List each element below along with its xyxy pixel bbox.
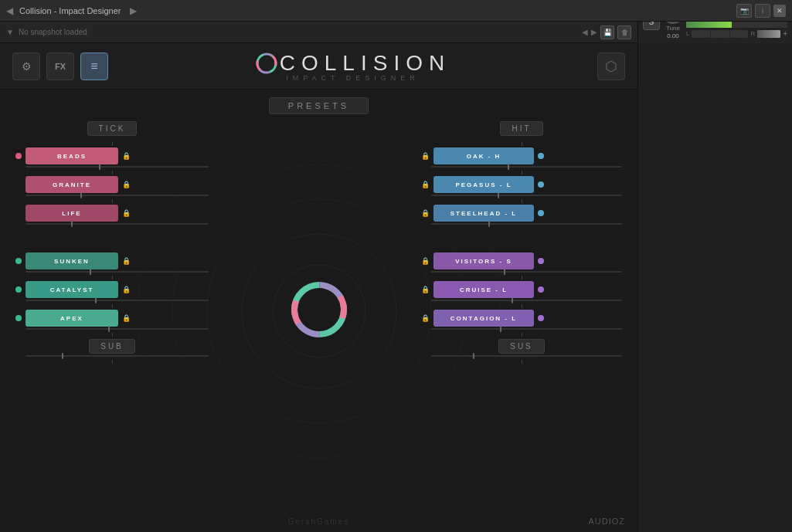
apex-lock: 🔒 xyxy=(122,314,131,322)
r-label: R xyxy=(750,30,755,37)
tune-value: 0.00 xyxy=(667,32,679,39)
l-label: L xyxy=(686,30,689,37)
preset-oak: 🔒 OAK - H xyxy=(421,147,622,175)
pegasus-dot xyxy=(538,181,544,188)
right-panel xyxy=(637,43,792,532)
mixer-button[interactable]: ≡ xyxy=(80,53,108,80)
cruise-dot xyxy=(538,286,544,293)
oak-dot xyxy=(538,153,544,159)
oak-button[interactable]: OAK - H xyxy=(433,147,534,164)
window-title: Collision - Impact Designer xyxy=(19,6,121,15)
audioz-logo: AUDIOZ xyxy=(588,517,625,526)
main-instrument-area: ⚙ FX ≡ COLLISION IMPACT DESIGNER xyxy=(0,43,637,532)
next-snapshot[interactable]: ▶ xyxy=(591,28,597,36)
watermark: GershGames xyxy=(288,517,349,526)
fx-button[interactable]: FX xyxy=(46,53,74,80)
contagion-dot xyxy=(538,315,544,321)
settings-button[interactable]: ⚙ xyxy=(12,53,40,80)
life-lock: 🔒 xyxy=(122,209,131,217)
logo-title: COLLISION xyxy=(280,51,450,76)
prev-snapshot[interactable]: ◀ xyxy=(582,28,588,36)
presets-main: PRESETS T xyxy=(0,90,637,532)
preset-pegasus: 🔒 PEGASUS - L xyxy=(421,176,622,203)
life-button[interactable]: LIFE xyxy=(25,205,118,222)
preset-contagion: 🔒 CONTAGION - L xyxy=(421,310,622,337)
catalyst-dot xyxy=(15,286,22,293)
sunken-lock: 🔒 xyxy=(122,257,131,265)
preset-life: LIFE 🔒 xyxy=(15,205,209,251)
tick-label: TICK xyxy=(87,121,138,136)
sunken-button[interactable]: SUNKEN xyxy=(25,252,118,269)
main-container: ◀ Collision - Impact Designer ▶ 📷 i ✕ ▼ … xyxy=(0,0,792,532)
visitors-lock: 🔒 xyxy=(421,257,430,265)
preset-steelhead: 🔒 STEELHEAD - L xyxy=(421,205,622,251)
right-presets-section: HIT 🔒 OAK - H 🔒 P xyxy=(421,120,622,365)
beads-button[interactable]: BEADS xyxy=(25,147,118,164)
visitors-dot xyxy=(538,258,544,264)
logo-icon xyxy=(255,52,278,75)
sus-label: SUS xyxy=(498,339,545,354)
presets-title: PRESETS xyxy=(269,97,369,114)
beads-dot xyxy=(15,153,22,159)
cruise-lock: 🔒 xyxy=(421,286,430,293)
camera-icon[interactable]: 📷 xyxy=(736,4,752,18)
sub-label: SUB xyxy=(89,339,135,354)
logo-area: COLLISION IMPACT DESIGNER xyxy=(255,51,450,82)
contagion-button[interactable]: CONTAGION - L xyxy=(433,310,534,327)
save-snapshot[interactable]: 💾 xyxy=(600,25,614,39)
visitors-button[interactable]: VISITORS - S xyxy=(433,252,534,269)
beads-lock: 🔒 xyxy=(122,152,131,160)
center-logo xyxy=(288,279,350,344)
plus-icon[interactable]: + xyxy=(783,29,787,38)
apex-dot xyxy=(15,315,22,321)
granite-lock: 🔒 xyxy=(122,181,131,188)
preset-beads: BEADS 🔒 xyxy=(15,147,209,175)
close-icon[interactable]: ✕ xyxy=(773,5,786,17)
steelhead-dot xyxy=(538,210,544,216)
catalyst-lock: 🔒 xyxy=(122,286,131,293)
toolbar: ⚙ FX ≡ xyxy=(12,53,108,80)
catalyst-button[interactable]: CATALYST xyxy=(25,281,118,298)
steelhead-lock: 🔒 xyxy=(421,209,430,217)
hit-label: HIT xyxy=(500,121,542,136)
preset-apex: APEX 🔒 xyxy=(15,310,209,337)
apex-button[interactable]: APEX xyxy=(25,310,118,327)
presets-title-row: PRESETS xyxy=(0,90,637,119)
preset-cruise: 🔒 CRUISE - L xyxy=(421,281,622,308)
preset-visitors: 🔒 VISITORS - S xyxy=(421,252,622,280)
left-presets-section: TICK BEADS 🔒 GRAN xyxy=(15,120,209,365)
snapshot-arrow[interactable]: ▼ xyxy=(6,28,14,36)
cruise-button[interactable]: CRUISE - L xyxy=(433,281,534,298)
preset-sub: SUB xyxy=(15,338,209,364)
steelhead-button[interactable]: STEELHEAD - L xyxy=(433,205,534,222)
pegasus-lock: 🔒 xyxy=(421,181,430,188)
instrument-header: ⚙ FX ≡ COLLISION IMPACT DESIGNER xyxy=(0,43,637,90)
life-dot xyxy=(15,210,22,216)
delete-snapshot[interactable]: 🗑 xyxy=(617,25,631,39)
cube-button[interactable]: ⬡ xyxy=(597,53,625,80)
granite-dot xyxy=(15,181,22,188)
sunken-dot xyxy=(15,258,22,264)
contagion-lock: 🔒 xyxy=(421,314,430,322)
info-icon[interactable]: i xyxy=(755,4,770,18)
nav-fwd-icon[interactable]: ▶ xyxy=(130,5,137,16)
nav-back-icon[interactable]: ◀ xyxy=(6,5,13,16)
preset-sunken: SUNKEN 🔒 xyxy=(15,252,209,280)
oak-lock: 🔒 xyxy=(421,152,430,160)
tune-label: Tune xyxy=(666,25,680,32)
preset-catalyst: CATALYST 🔒 xyxy=(15,281,209,308)
granite-button[interactable]: GRANITE xyxy=(25,176,118,193)
pegasus-button[interactable]: PEGASUS - L xyxy=(433,176,534,193)
preset-sus: SUS xyxy=(421,338,622,364)
preset-granite: GRANITE 🔒 xyxy=(15,176,209,203)
snapshot-label: No snapshot loaded xyxy=(19,28,87,36)
